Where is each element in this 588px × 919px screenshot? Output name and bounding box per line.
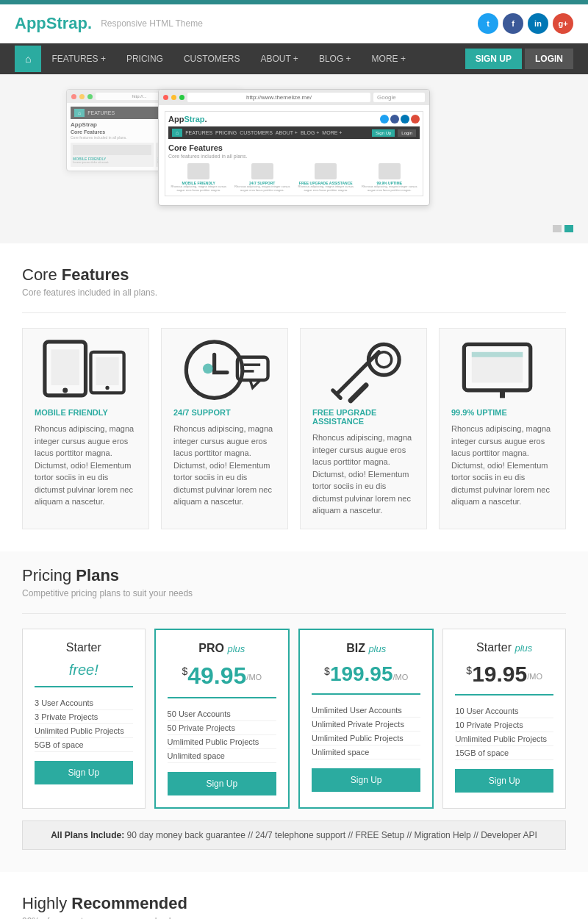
support-feature-title: 24/7 SUPPORT — [173, 408, 276, 417]
upgrade-feature-title: FREE UPGRADE ASSISTANCE — [312, 408, 415, 426]
nav-blog[interactable]: BLOG + — [309, 43, 362, 74]
plan-biz-signup[interactable]: Sign Up — [312, 768, 420, 792]
uptime-icon-wrap — [451, 340, 553, 399]
pagination-dots — [553, 225, 573, 232]
logo-dot: . — [87, 14, 92, 32]
mini-section-title: Core Features — [168, 143, 420, 152]
testimonials-subtitle: 99% of our customers recommend us! — [22, 916, 566, 920]
linkedin-icon[interactable]: in — [528, 13, 548, 34]
plan-feature: Unlimited Public Projects — [35, 724, 133, 738]
plan-feature: 10 User Accounts — [455, 704, 553, 718]
svg-rect-20 — [472, 352, 523, 357]
core-features-section: Core Features Core features included in … — [0, 243, 588, 551]
browser-dot-green — [179, 95, 184, 100]
support-icon — [173, 332, 276, 408]
plan-feature: 15GB of space — [455, 746, 553, 760]
google-icon[interactable]: g+ — [553, 13, 573, 34]
svg-point-13 — [376, 352, 392, 368]
uptime-icon — [451, 332, 553, 408]
plan-starter-name: Starter — [35, 641, 133, 654]
mobile-feature-title: MOBILE FRIENDLY — [35, 408, 137, 417]
svg-point-5 — [105, 386, 109, 390]
all-plans-text: 90 day money back guarantee // 24/7 tele… — [127, 830, 537, 840]
core-features-title: Core Features — [22, 265, 566, 285]
plan-starter-plus-name: Starter plus — [455, 641, 553, 654]
svg-rect-4 — [96, 357, 118, 385]
plan-biz: BIZ plus $ 199.95 /MO Umlimited User Acc… — [298, 629, 434, 809]
plan-pro-name: PRO plus — [168, 642, 276, 655]
upgrade-icon — [312, 332, 415, 408]
svg-rect-19 — [500, 390, 505, 398]
uptime-feature-title: 99.9% UPTIME — [451, 408, 553, 417]
nav-features[interactable]: FEATURES + — [41, 43, 115, 74]
plan-pro-features: 50 User Accounts 50 Private Projects Uml… — [168, 707, 276, 763]
pricing-section: Pricing Plans Competitive pricing plans … — [0, 551, 588, 872]
support-feature-desc: Rhoncus adipiscing, magna integer cursus… — [173, 423, 276, 508]
nav-pricing[interactable]: PRICING — [116, 43, 173, 74]
logo-app: App — [15, 14, 46, 32]
svg-rect-1 — [51, 349, 79, 385]
feature-upgrade: FREE UPGRADE ASSISTANCE Rhoncus adipisci… — [300, 328, 427, 529]
upgrade-icon-wrap — [312, 340, 415, 399]
browser-search-bar[interactable]: Google — [373, 93, 425, 102]
plan-feature: 50 Private Projects — [168, 721, 276, 735]
pricing-subtitle: Competitive pricing plans to suit your n… — [22, 588, 566, 598]
feature-mobile: MOBILE FRIENDLY Rhoncus adipiscing, magn… — [22, 328, 149, 529]
nav-login-button[interactable]: LOGIN — [525, 49, 573, 69]
plan-feature: 50 User Accounts — [168, 707, 276, 721]
plan-feature: 3 User Accounts — [35, 696, 133, 710]
twitter-icon[interactable]: t — [478, 13, 498, 34]
plan-biz-price: $ 199.95 /MO — [312, 662, 420, 686]
browser-url-bar[interactable]: http://www.themelize.me/ — [187, 93, 370, 102]
site-logo[interactable]: AppStrap. — [15, 14, 92, 33]
plan-starter-plus-features: 10 User Accounts 10 Private Projects Uml… — [455, 704, 553, 760]
dot-2-active[interactable] — [564, 225, 573, 232]
logo-strap: Strap — [46, 14, 87, 32]
plan-starter-plus-price: $ 19.95 /MO — [455, 662, 553, 687]
plan-feature: Umlimited Public Projects — [455, 732, 553, 746]
plan-feature: Unlimited space — [168, 749, 276, 763]
all-plans-bar: All Plans Include: 90 day money back gua… — [22, 820, 566, 850]
mobile-feature-desc: Rhoncus adipiscing, magna integer cursus… — [35, 423, 137, 508]
browser-dot-red — [163, 95, 168, 100]
facebook-icon[interactable]: f — [503, 13, 523, 34]
mini-feature-support: 24/7 SUPPORT Rhoncus adipiscing, magna i… — [232, 163, 293, 193]
nav-about[interactable]: ABOUT + — [250, 43, 308, 74]
nav-more[interactable]: MORE + — [362, 43, 416, 74]
svg-point-2 — [62, 387, 68, 393]
main-nav: ⌂ FEATURES + PRICING CUSTOMERS ABOUT + B… — [0, 43, 588, 74]
all-plans-label: All Plans Include: — [51, 830, 124, 840]
support-icon-wrap — [173, 340, 276, 399]
svg-point-7 — [203, 363, 213, 373]
mini-feature-uptime: 99.9% UPTIME Rhoncus adipiscing, magna i… — [359, 163, 420, 193]
dot-1[interactable] — [553, 225, 562, 232]
browser-main: http://www.themelize.me/ Google AppStrap… — [158, 89, 430, 206]
feature-uptime: 99.9% UPTIME Rhoncus adipiscing, magna i… — [439, 328, 566, 529]
uptime-feature-desc: Rhoncus adipiscing, magna integer cursus… — [451, 423, 553, 508]
mini-logo: AppStrap. — [168, 115, 207, 124]
svg-line-14 — [351, 385, 366, 401]
plan-starter-features: 3 User Accounts 3 Private Projects Unlim… — [35, 696, 133, 752]
plan-pro: PRO plus $ 49.95 /MO 50 User Accounts 50… — [154, 629, 290, 809]
plan-starter: Starter free! 3 User Accounts 3 Private … — [22, 629, 146, 809]
plan-pro-signup[interactable]: Sign Up — [168, 772, 276, 795]
browser-dot-yellow — [171, 95, 176, 100]
features-grid: MOBILE FRIENDLY Rhoncus adipiscing, magn… — [22, 328, 566, 529]
upgrade-feature-desc: Rhoncus adipiscing, magna integer cursus… — [312, 432, 415, 517]
mobile-friendly-icon — [35, 332, 137, 408]
plan-starter-plus-signup[interactable]: Sign Up — [455, 769, 553, 793]
plan-biz-name: BIZ plus — [312, 642, 420, 655]
plan-biz-features: Umlimited User Accounts Unlimited Privat… — [312, 704, 420, 759]
core-features-subtitle: Core features included in all plans. — [22, 287, 566, 298]
testimonials-section: Highly Recommended 99% of our customers … — [0, 872, 588, 920]
plan-feature: Unlimited Private Projects — [312, 718, 420, 732]
plan-feature: Umlimited Public Projects — [312, 732, 420, 745]
feature-support: 24/7 SUPPORT Rhoncus adipiscing, magna i… — [161, 328, 288, 529]
plan-starter-signup[interactable]: Sign Up — [35, 761, 133, 784]
nav-home-button[interactable]: ⌂ — [15, 46, 41, 72]
nav-signup-button[interactable]: SIGN UP — [465, 49, 522, 69]
hero-section: http://... Google ⌂ FEATURES Sign Up Log… — [0, 74, 588, 243]
nav-customers[interactable]: CUSTOMERS — [173, 43, 250, 74]
mini-feature-upgrade: FREE UPGRADE ASSISTANCE Rhoncus adipisci… — [295, 163, 356, 193]
plan-pro-price: $ 49.95 /MO — [168, 662, 276, 690]
